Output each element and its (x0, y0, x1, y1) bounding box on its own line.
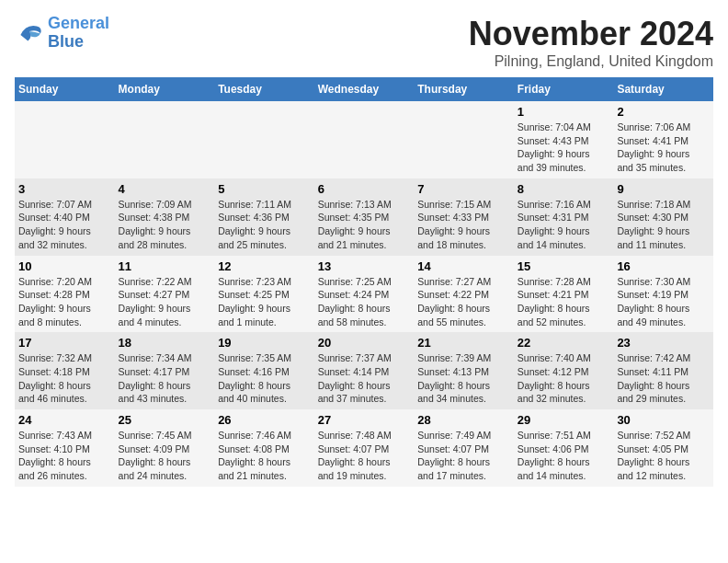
calendar-cell: 26Sunrise: 7:46 AM Sunset: 4:08 PM Dayli… (214, 409, 314, 487)
day-number: 28 (417, 413, 510, 427)
calendar-cell: 19Sunrise: 7:35 AM Sunset: 4:16 PM Dayli… (214, 332, 314, 409)
calendar-cell: 28Sunrise: 7:49 AM Sunset: 4:07 PM Dayli… (414, 409, 514, 487)
day-number: 8 (518, 182, 610, 196)
day-number: 20 (318, 336, 411, 350)
calendar-week-row: 17Sunrise: 7:32 AM Sunset: 4:18 PM Dayli… (15, 332, 713, 409)
calendar-cell: 21Sunrise: 7:39 AM Sunset: 4:13 PM Dayli… (414, 332, 514, 409)
day-number: 25 (119, 413, 211, 427)
day-info: Sunrise: 7:51 AM Sunset: 4:06 PM Dayligh… (518, 429, 610, 483)
day-number: 29 (518, 413, 610, 427)
day-info: Sunrise: 7:18 AM Sunset: 4:30 PM Dayligh… (617, 198, 710, 252)
day-info: Sunrise: 7:23 AM Sunset: 4:25 PM Dayligh… (218, 275, 311, 329)
day-number: 18 (119, 336, 211, 350)
day-number: 27 (318, 413, 411, 427)
calendar-cell (15, 101, 115, 178)
calendar-cell: 18Sunrise: 7:34 AM Sunset: 4:17 PM Dayli… (115, 332, 215, 409)
day-number: 22 (518, 336, 610, 350)
day-info: Sunrise: 7:11 AM Sunset: 4:36 PM Dayligh… (218, 198, 311, 252)
calendar-cell (214, 101, 314, 178)
calendar-cell: 23Sunrise: 7:42 AM Sunset: 4:11 PM Dayli… (613, 332, 713, 409)
header-tuesday: Tuesday (214, 77, 314, 101)
logo-icon (15, 20, 44, 46)
day-info: Sunrise: 7:22 AM Sunset: 4:27 PM Dayligh… (119, 275, 211, 329)
calendar-cell: 9Sunrise: 7:18 AM Sunset: 4:30 PM Daylig… (613, 178, 713, 256)
day-number: 3 (18, 182, 111, 196)
calendar-cell (115, 101, 215, 178)
day-number: 6 (318, 182, 411, 196)
day-number: 23 (617, 336, 710, 350)
day-info: Sunrise: 7:40 AM Sunset: 4:12 PM Dayligh… (518, 351, 610, 406)
calendar-week-row: 1Sunrise: 7:04 AM Sunset: 4:43 PM Daylig… (15, 101, 713, 178)
calendar-cell: 27Sunrise: 7:48 AM Sunset: 4:07 PM Dayli… (314, 409, 415, 487)
calendar-cell: 30Sunrise: 7:52 AM Sunset: 4:05 PM Dayli… (613, 409, 713, 487)
day-number: 5 (218, 182, 311, 196)
calendar-cell: 14Sunrise: 7:27 AM Sunset: 4:22 PM Dayli… (414, 256, 514, 333)
day-number: 30 (617, 413, 710, 427)
calendar-week-row: 24Sunrise: 7:43 AM Sunset: 4:10 PM Dayli… (15, 409, 713, 487)
calendar-cell: 17Sunrise: 7:32 AM Sunset: 4:18 PM Dayli… (15, 332, 115, 409)
header-wednesday: Wednesday (314, 77, 415, 101)
day-info: Sunrise: 7:30 AM Sunset: 4:19 PM Dayligh… (617, 275, 710, 329)
day-number: 13 (318, 259, 411, 273)
calendar-cell: 24Sunrise: 7:43 AM Sunset: 4:10 PM Dayli… (15, 409, 115, 487)
calendar-cell: 5Sunrise: 7:11 AM Sunset: 4:36 PM Daylig… (214, 178, 314, 256)
calendar-cell: 7Sunrise: 7:15 AM Sunset: 4:33 PM Daylig… (414, 178, 514, 256)
calendar-cell: 1Sunrise: 7:04 AM Sunset: 4:43 PM Daylig… (514, 101, 614, 178)
day-info: Sunrise: 7:52 AM Sunset: 4:05 PM Dayligh… (617, 429, 710, 483)
calendar-cell: 13Sunrise: 7:25 AM Sunset: 4:24 PM Dayli… (314, 256, 415, 333)
day-number: 19 (218, 336, 311, 350)
day-info: Sunrise: 7:25 AM Sunset: 4:24 PM Dayligh… (318, 275, 411, 329)
day-info: Sunrise: 7:32 AM Sunset: 4:18 PM Dayligh… (18, 351, 111, 406)
calendar-week-row: 10Sunrise: 7:20 AM Sunset: 4:28 PM Dayli… (15, 256, 713, 333)
day-info: Sunrise: 7:45 AM Sunset: 4:09 PM Dayligh… (119, 429, 211, 483)
day-info: Sunrise: 7:35 AM Sunset: 4:16 PM Dayligh… (218, 351, 311, 406)
day-number: 14 (417, 259, 510, 273)
calendar-cell (414, 101, 514, 178)
day-info: Sunrise: 7:13 AM Sunset: 4:35 PM Dayligh… (318, 198, 411, 252)
day-number: 9 (617, 182, 710, 196)
day-info: Sunrise: 7:04 AM Sunset: 4:43 PM Dayligh… (518, 121, 610, 175)
calendar-table: SundayMondayTuesdayWednesdayThursdayFrid… (15, 77, 713, 487)
calendar-cell: 4Sunrise: 7:09 AM Sunset: 4:38 PM Daylig… (115, 178, 215, 256)
header-monday: Monday (115, 77, 215, 101)
header-sunday: Sunday (15, 77, 115, 101)
calendar-cell: 25Sunrise: 7:45 AM Sunset: 4:09 PM Dayli… (115, 409, 215, 487)
day-info: Sunrise: 7:15 AM Sunset: 4:33 PM Dayligh… (417, 198, 510, 252)
day-number: 21 (417, 336, 510, 350)
day-number: 26 (218, 413, 311, 427)
header-saturday: Saturday (613, 77, 713, 101)
calendar-cell: 16Sunrise: 7:30 AM Sunset: 4:19 PM Dayli… (613, 256, 713, 333)
day-number: 4 (119, 182, 211, 196)
header-thursday: Thursday (414, 77, 514, 101)
day-number: 12 (218, 259, 311, 273)
logo-text: General Blue (48, 15, 109, 52)
day-info: Sunrise: 7:46 AM Sunset: 4:08 PM Dayligh… (218, 429, 311, 483)
day-number: 2 (617, 105, 710, 119)
day-number: 7 (417, 182, 510, 196)
calendar-cell: 29Sunrise: 7:51 AM Sunset: 4:06 PM Dayli… (514, 409, 614, 487)
day-info: Sunrise: 7:49 AM Sunset: 4:07 PM Dayligh… (417, 429, 510, 483)
calendar-cell: 6Sunrise: 7:13 AM Sunset: 4:35 PM Daylig… (314, 178, 415, 256)
calendar-week-row: 3Sunrise: 7:07 AM Sunset: 4:40 PM Daylig… (15, 178, 713, 256)
day-number: 24 (18, 413, 111, 427)
day-number: 1 (518, 105, 610, 119)
day-info: Sunrise: 7:43 AM Sunset: 4:10 PM Dayligh… (18, 429, 111, 483)
day-info: Sunrise: 7:34 AM Sunset: 4:17 PM Dayligh… (119, 351, 211, 406)
page-header: General Blue November 2024 Pilning, Engl… (15, 15, 713, 70)
day-info: Sunrise: 7:48 AM Sunset: 4:07 PM Dayligh… (318, 429, 411, 483)
calendar-cell: 15Sunrise: 7:28 AM Sunset: 4:21 PM Dayli… (514, 256, 614, 333)
calendar-cell: 10Sunrise: 7:20 AM Sunset: 4:28 PM Dayli… (15, 256, 115, 333)
calendar-header-row: SundayMondayTuesdayWednesdayThursdayFrid… (15, 77, 713, 101)
day-number: 16 (617, 259, 710, 273)
day-info: Sunrise: 7:06 AM Sunset: 4:41 PM Dayligh… (617, 121, 710, 175)
day-info: Sunrise: 7:39 AM Sunset: 4:13 PM Dayligh… (417, 351, 510, 406)
day-info: Sunrise: 7:27 AM Sunset: 4:22 PM Dayligh… (417, 275, 510, 329)
header-friday: Friday (514, 77, 614, 101)
day-info: Sunrise: 7:09 AM Sunset: 4:38 PM Dayligh… (119, 198, 211, 252)
day-number: 11 (119, 259, 211, 273)
calendar-title-block: November 2024 Pilning, England, United K… (469, 15, 713, 70)
calendar-cell: 2Sunrise: 7:06 AM Sunset: 4:41 PM Daylig… (613, 101, 713, 178)
day-number: 10 (18, 259, 111, 273)
calendar-cell: 8Sunrise: 7:16 AM Sunset: 4:31 PM Daylig… (514, 178, 614, 256)
day-info: Sunrise: 7:28 AM Sunset: 4:21 PM Dayligh… (518, 275, 610, 329)
